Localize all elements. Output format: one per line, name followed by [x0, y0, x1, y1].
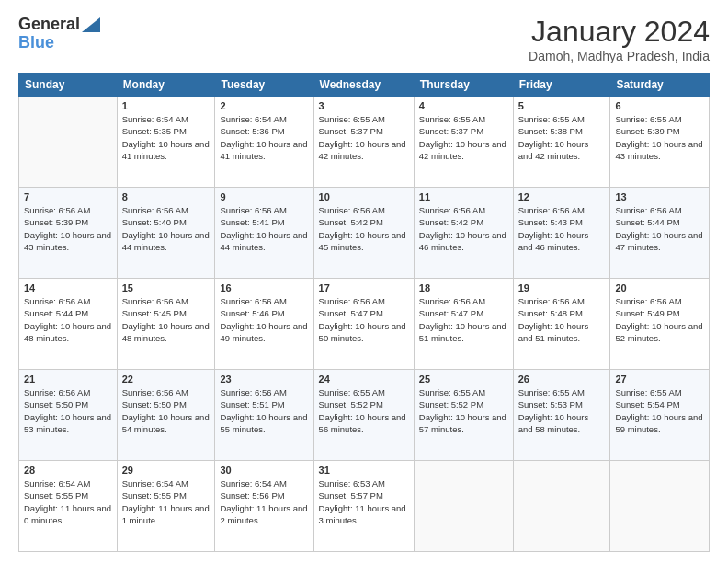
- table-cell: 22 Sunrise: 6:56 AM Sunset: 5:50 PM Dayl…: [117, 370, 215, 461]
- day-number: 23: [220, 373, 308, 385]
- daylight: Daylight: 10 hours and 57 minutes.: [419, 411, 508, 436]
- sunrise: Sunrise: 6:56 AM: [220, 295, 308, 307]
- sunrise: Sunrise: 6:56 AM: [419, 295, 508, 307]
- daylight: Daylight: 10 hours and 42 minutes.: [518, 138, 606, 163]
- sunset: Sunset: 5:56 PM: [220, 489, 308, 501]
- day-number: 3: [319, 100, 409, 111]
- logo-blue-text: Blue: [18, 33, 100, 53]
- table-cell: 20 Sunrise: 6:56 AM Sunset: 5:49 PM Dayl…: [610, 279, 710, 370]
- page: General Blue January 2024 Damoh, Madhya …: [0, 0, 728, 563]
- daylight: Daylight: 10 hours and 49 minutes.: [220, 320, 308, 345]
- day-info: Sunrise: 6:55 AM Sunset: 5:39 PM Dayligh…: [615, 113, 704, 162]
- sunrise: Sunrise: 6:56 AM: [518, 295, 606, 307]
- day-number: 29: [122, 465, 210, 476]
- daylight: Daylight: 10 hours and 45 minutes.: [319, 229, 409, 254]
- table-cell: 23 Sunrise: 6:56 AM Sunset: 5:51 PM Dayl…: [215, 370, 313, 461]
- sunset: Sunset: 5:40 PM: [122, 216, 210, 228]
- day-info: Sunrise: 6:56 AM Sunset: 5:47 PM Dayligh…: [319, 295, 409, 344]
- day-number: 7: [24, 191, 112, 202]
- day-info: Sunrise: 6:56 AM Sunset: 5:49 PM Dayligh…: [615, 295, 704, 344]
- table-cell: 27 Sunrise: 6:55 AM Sunset: 5:54 PM Dayl…: [610, 370, 710, 461]
- table-cell: 15 Sunrise: 6:56 AM Sunset: 5:45 PM Dayl…: [117, 279, 215, 370]
- daylight: Daylight: 10 hours and 47 minutes.: [615, 229, 704, 254]
- week-row-5: 28 Sunrise: 6:54 AM Sunset: 5:55 PM Dayl…: [19, 461, 710, 552]
- header: General Blue January 2024 Damoh, Madhya …: [18, 15, 710, 63]
- sunset: Sunset: 5:42 PM: [319, 216, 409, 228]
- day-number: 9: [220, 191, 308, 202]
- sunrise: Sunrise: 6:56 AM: [122, 295, 210, 307]
- table-cell: 5 Sunrise: 6:55 AM Sunset: 5:38 PM Dayli…: [513, 97, 610, 188]
- sunrise: Sunrise: 6:56 AM: [319, 204, 409, 216]
- table-cell: 17 Sunrise: 6:56 AM Sunset: 5:47 PM Dayl…: [313, 279, 414, 370]
- sunset: Sunset: 5:47 PM: [319, 307, 409, 319]
- table-cell: [513, 461, 610, 552]
- table-cell: 29 Sunrise: 6:54 AM Sunset: 5:55 PM Dayl…: [117, 461, 215, 552]
- day-number: 25: [419, 373, 508, 385]
- table-cell: 4 Sunrise: 6:55 AM Sunset: 5:37 PM Dayli…: [414, 97, 513, 188]
- daylight: Daylight: 11 hours and 0 minutes.: [24, 502, 112, 527]
- table-cell: 12 Sunrise: 6:56 AM Sunset: 5:43 PM Dayl…: [513, 188, 610, 279]
- sunset: Sunset: 5:47 PM: [419, 307, 508, 319]
- daylight: Daylight: 10 hours and 56 minutes.: [319, 411, 409, 436]
- daylight: Daylight: 10 hours and 46 minutes.: [518, 229, 606, 254]
- sunset: Sunset: 5:36 PM: [220, 125, 308, 137]
- sunset: Sunset: 5:37 PM: [419, 125, 508, 137]
- week-row-1: 1 Sunrise: 6:54 AM Sunset: 5:35 PM Dayli…: [19, 97, 710, 188]
- day-info: Sunrise: 6:56 AM Sunset: 5:50 PM Dayligh…: [122, 386, 210, 435]
- table-cell: [414, 461, 513, 552]
- header-friday: Friday: [513, 74, 610, 97]
- table-cell: 28 Sunrise: 6:54 AM Sunset: 5:55 PM Dayl…: [19, 461, 118, 552]
- day-info: Sunrise: 6:56 AM Sunset: 5:42 PM Dayligh…: [319, 204, 409, 253]
- table-cell: 21 Sunrise: 6:56 AM Sunset: 5:50 PM Dayl…: [19, 370, 118, 461]
- day-info: Sunrise: 6:56 AM Sunset: 5:40 PM Dayligh…: [122, 204, 210, 253]
- sunrise: Sunrise: 6:56 AM: [122, 386, 210, 398]
- day-info: Sunrise: 6:56 AM Sunset: 5:45 PM Dayligh…: [122, 295, 210, 344]
- week-row-2: 7 Sunrise: 6:56 AM Sunset: 5:39 PM Dayli…: [19, 188, 710, 279]
- day-info: Sunrise: 6:55 AM Sunset: 5:37 PM Dayligh…: [319, 113, 409, 162]
- day-number: 8: [122, 191, 210, 202]
- day-number: 19: [518, 282, 606, 293]
- daylight: Daylight: 10 hours and 44 minutes.: [122, 229, 210, 254]
- sunset: Sunset: 5:51 PM: [220, 398, 308, 410]
- day-info: Sunrise: 6:56 AM Sunset: 5:46 PM Dayligh…: [220, 295, 308, 344]
- sunrise: Sunrise: 6:53 AM: [319, 477, 409, 489]
- sunset: Sunset: 5:37 PM: [319, 125, 409, 137]
- table-cell: 1 Sunrise: 6:54 AM Sunset: 5:35 PM Dayli…: [117, 97, 215, 188]
- day-info: Sunrise: 6:56 AM Sunset: 5:51 PM Dayligh…: [220, 386, 308, 435]
- sunrise: Sunrise: 6:55 AM: [319, 113, 409, 125]
- day-info: Sunrise: 6:55 AM Sunset: 5:38 PM Dayligh…: [518, 113, 606, 162]
- day-number: 30: [220, 465, 308, 476]
- day-info: Sunrise: 6:56 AM Sunset: 5:50 PM Dayligh…: [24, 386, 112, 435]
- day-number: 21: [24, 373, 112, 385]
- month-title: January 2024: [529, 15, 710, 49]
- day-info: Sunrise: 6:56 AM Sunset: 5:39 PM Dayligh…: [24, 204, 112, 253]
- daylight: Daylight: 10 hours and 41 minutes.: [220, 138, 308, 163]
- daylight: Daylight: 10 hours and 42 minutes.: [319, 138, 409, 163]
- sunrise: Sunrise: 6:56 AM: [24, 204, 112, 216]
- sunrise: Sunrise: 6:54 AM: [24, 477, 112, 489]
- day-info: Sunrise: 6:56 AM Sunset: 5:48 PM Dayligh…: [518, 295, 606, 344]
- header-monday: Monday: [117, 74, 215, 97]
- daylight: Daylight: 10 hours and 46 minutes.: [419, 229, 508, 254]
- sunrise: Sunrise: 6:55 AM: [518, 386, 606, 398]
- location: Damoh, Madhya Pradesh, India: [529, 49, 710, 63]
- day-number: 28: [24, 465, 112, 476]
- table-cell: 6 Sunrise: 6:55 AM Sunset: 5:39 PM Dayli…: [610, 97, 710, 188]
- sunrise: Sunrise: 6:55 AM: [615, 113, 704, 125]
- sunset: Sunset: 5:52 PM: [319, 398, 409, 410]
- logo-general-text: General: [18, 15, 80, 35]
- day-info: Sunrise: 6:54 AM Sunset: 5:55 PM Dayligh…: [24, 477, 112, 526]
- day-info: Sunrise: 6:56 AM Sunset: 5:47 PM Dayligh…: [419, 295, 508, 344]
- sunrise: Sunrise: 6:56 AM: [319, 295, 409, 307]
- daylight: Daylight: 11 hours and 2 minutes.: [220, 502, 308, 527]
- sunrise: Sunrise: 6:54 AM: [122, 113, 210, 125]
- daylight: Daylight: 10 hours and 52 minutes.: [615, 320, 704, 345]
- table-cell: 26 Sunrise: 6:55 AM Sunset: 5:53 PM Dayl…: [513, 370, 610, 461]
- day-info: Sunrise: 6:54 AM Sunset: 5:56 PM Dayligh…: [220, 477, 308, 526]
- logo-triangle-icon: [82, 17, 100, 32]
- table-cell: 18 Sunrise: 6:56 AM Sunset: 5:47 PM Dayl…: [414, 279, 513, 370]
- header-tuesday: Tuesday: [215, 74, 313, 97]
- day-number: 12: [518, 191, 606, 202]
- table-cell: [19, 97, 118, 188]
- weekday-header-row: Sunday Monday Tuesday Wednesday Thursday…: [19, 74, 710, 97]
